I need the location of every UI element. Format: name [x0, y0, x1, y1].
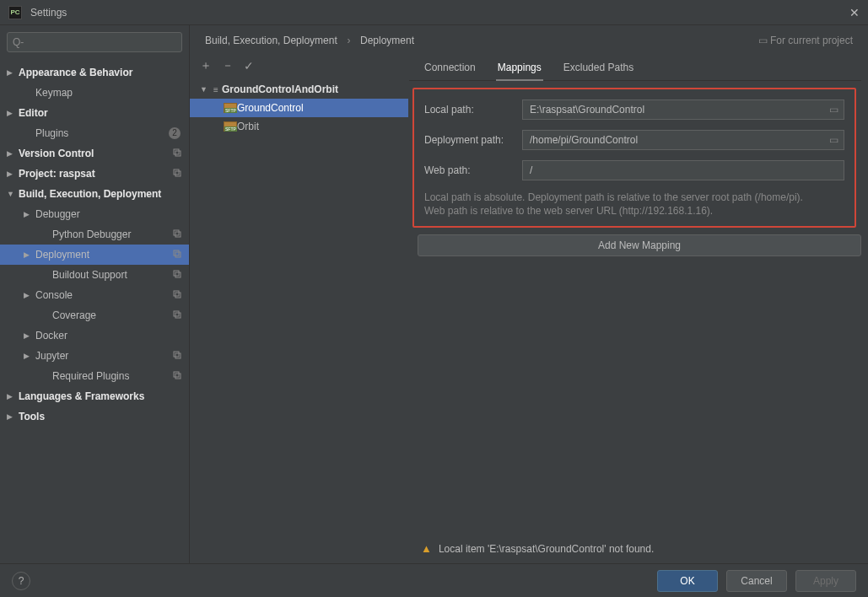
- sidebar-item-required-plugins[interactable]: Required Plugins: [0, 366, 189, 386]
- ok-button[interactable]: OK: [657, 570, 718, 592]
- app-icon: PC: [8, 6, 22, 19]
- local-path-input[interactable]: [523, 100, 823, 119]
- svg-rect-5: [175, 232, 181, 237]
- svg-rect-8: [174, 271, 179, 276]
- project-scope-icon: [170, 289, 184, 302]
- sidebar-item-debugger[interactable]: ▶Debugger: [0, 204, 189, 224]
- sidebar-item-editor[interactable]: ▶Editor: [0, 103, 189, 123]
- chevron-right-icon: ›: [347, 35, 350, 46]
- chevron-right-icon: ▶: [24, 250, 32, 259]
- dialog-footer: ? OK Cancel Apply: [0, 563, 868, 597]
- tab-mappings[interactable]: Mappings: [496, 56, 543, 80]
- sftp-icon: [224, 121, 237, 132]
- sidebar-item-project-raspsat[interactable]: ▶Project: raspsat: [0, 164, 189, 184]
- close-icon[interactable]: ✕: [836, 6, 860, 19]
- sidebar-item-console[interactable]: ▶Console: [0, 285, 189, 305]
- chevron-right-icon: ▶: [24, 352, 32, 360]
- web-path-label: Web path:: [424, 164, 522, 176]
- chevron-right-icon: ▶: [24, 331, 32, 340]
- chevron-down-icon: ▼: [7, 190, 15, 198]
- help-button[interactable]: ?: [12, 572, 30, 590]
- tab-connection[interactable]: Connection: [423, 56, 477, 80]
- deploy-group[interactable]: ▼ ≡ GroundControlAndOrbit: [190, 80, 408, 99]
- chevron-right-icon: ▶: [7, 392, 15, 401]
- sidebar-item-tools[interactable]: ▶Tools: [0, 406, 189, 427]
- svg-rect-13: [175, 313, 181, 318]
- svg-rect-3: [175, 171, 181, 176]
- svg-rect-4: [174, 230, 179, 235]
- sidebar-item-version-control[interactable]: ▶Version Control: [0, 143, 189, 164]
- chevron-right-icon: ▶: [24, 210, 32, 218]
- svg-rect-15: [175, 353, 181, 358]
- breadcrumb: Build, Execution, Deployment › Deploymen…: [205, 34, 758, 46]
- chevron-right-icon: ▶: [7, 68, 15, 77]
- title-bar: PC Settings ✕: [0, 0, 868, 25]
- breadcrumb-item[interactable]: Deployment: [360, 35, 414, 46]
- project-scope-icon: [170, 229, 184, 241]
- mapping-panel: Local path: ▭ Deployment path: ▭: [412, 88, 856, 228]
- count-badge: 2: [169, 127, 181, 139]
- sidebar-item-buildout-support[interactable]: Buildout Support: [0, 265, 189, 285]
- cancel-button[interactable]: Cancel: [726, 570, 787, 592]
- tab-excluded-paths[interactable]: Excluded Paths: [562, 56, 635, 80]
- project-scope-icon: ▭: [758, 35, 770, 46]
- project-scope-icon: [170, 350, 184, 363]
- search-input[interactable]: [7, 32, 182, 52]
- folder-icon[interactable]: ▭: [823, 104, 844, 116]
- chevron-right-icon: ▶: [24, 291, 32, 299]
- settings-tree: ▶Appearance & BehaviorKeymap▶EditorPlugi…: [0, 59, 189, 563]
- deployment-servers-panel: ＋ － ✓ ▼ ≡ GroundControlAndOrbit GroundCo…: [190, 51, 409, 563]
- check-icon[interactable]: ✓: [244, 59, 254, 73]
- svg-rect-2: [174, 169, 179, 175]
- settings-sidebar: ▶Appearance & BehaviorKeymap▶EditorPlugi…: [0, 25, 190, 563]
- warning-text: Local item 'E:\raspsat\GroundControl' no…: [439, 543, 654, 555]
- mapping-hint: Local path is absolute. Deployment path …: [424, 191, 844, 218]
- svg-rect-6: [174, 250, 179, 255]
- sidebar-item-python-debugger[interactable]: Python Debugger: [0, 224, 189, 245]
- scope-label: ▭ For current project: [758, 35, 853, 46]
- sidebar-item-languages-frameworks[interactable]: ▶Languages & Frameworks: [0, 386, 189, 406]
- sidebar-item-plugins[interactable]: Plugins2: [0, 123, 189, 143]
- chevron-right-icon: ▶: [7, 169, 15, 178]
- project-scope-icon: [170, 249, 184, 261]
- deploy-server-orbit[interactable]: Orbit: [190, 117, 408, 136]
- project-scope-icon: [170, 168, 184, 180]
- sidebar-item-docker[interactable]: ▶Docker: [0, 325, 189, 346]
- apply-button[interactable]: Apply: [795, 570, 856, 592]
- sidebar-item-deployment[interactable]: ▶Deployment: [0, 245, 189, 265]
- sidebar-item-keymap[interactable]: Keymap: [0, 83, 189, 103]
- sftp-icon: [224, 103, 237, 113]
- svg-rect-17: [175, 374, 181, 379]
- svg-rect-14: [174, 352, 179, 357]
- add-mapping-button[interactable]: Add New Mapping: [418, 234, 861, 256]
- folder-icon[interactable]: ▭: [823, 134, 844, 146]
- project-scope-icon: [170, 269, 184, 282]
- breadcrumb-item[interactable]: Build, Execution, Deployment: [205, 35, 337, 46]
- project-scope-icon: [170, 148, 184, 160]
- remove-icon[interactable]: －: [222, 58, 234, 73]
- svg-rect-11: [175, 293, 181, 298]
- sidebar-item-jupyter[interactable]: ▶Jupyter: [0, 346, 189, 366]
- sidebar-item-appearance-behavior[interactable]: ▶Appearance & Behavior: [0, 62, 189, 83]
- svg-rect-9: [175, 272, 181, 277]
- sidebar-item-coverage[interactable]: Coverage: [0, 305, 189, 325]
- deploy-server-groundcontrol[interactable]: GroundControl: [190, 99, 408, 117]
- svg-rect-10: [174, 291, 179, 296]
- chevron-right-icon: ▶: [7, 412, 15, 421]
- svg-rect-1: [175, 151, 181, 156]
- add-icon[interactable]: ＋: [200, 58, 212, 73]
- local-path-label: Local path:: [424, 104, 522, 116]
- svg-rect-7: [175, 252, 181, 257]
- deployment-path-label: Deployment path:: [424, 134, 522, 146]
- svg-rect-0: [174, 149, 179, 154]
- sidebar-item-build-execution-deployment[interactable]: ▼Build, Execution, Deployment: [0, 184, 189, 204]
- project-scope-icon: [170, 309, 184, 322]
- svg-rect-16: [174, 372, 179, 377]
- chevron-right-icon: ▶: [7, 109, 15, 117]
- web-path-input[interactable]: [523, 161, 844, 180]
- window-title: Settings: [30, 7, 836, 19]
- deployment-path-input[interactable]: [523, 131, 823, 149]
- deployment-tabs: ConnectionMappingsExcluded Paths: [409, 51, 861, 81]
- project-scope-icon: [170, 370, 184, 383]
- group-icon: ≡: [210, 83, 222, 95]
